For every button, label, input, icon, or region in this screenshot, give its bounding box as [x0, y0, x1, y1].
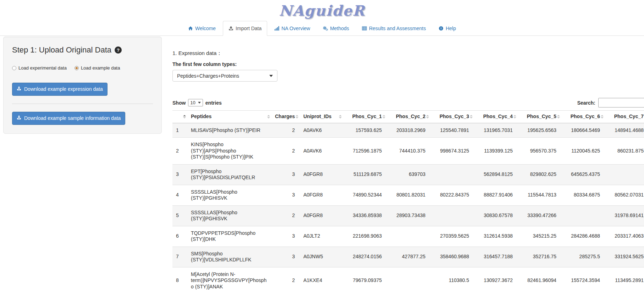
value-cell: 312614.5938 — [474, 226, 518, 247]
download-expression-data-button[interactable]: Download example expression data — [12, 83, 108, 96]
tab-na-overview[interactable]: NA Overview — [269, 21, 316, 36]
nav-tabs: Welcome Import Data NA Overview Methods — [0, 21, 644, 35]
row-index-cell: 7 — [172, 247, 187, 267]
column-header-label: Phos_Cyc_2 — [396, 114, 425, 119]
sort-icon — [339, 115, 342, 118]
peptide-cell: SMS[Phospho (STY)]VDLSHIPLKDPLLFK — [187, 247, 271, 267]
column-header-label: Phos_Cyc_1 — [352, 114, 382, 119]
uniprot-cell: A0FGR8 — [300, 185, 343, 205]
download-icon — [17, 115, 21, 121]
main-panel: 1. Expression data： The first few column… — [172, 36, 644, 293]
table-header-row: Peptides Charges Uniprot_IDs Phos_C — [172, 111, 644, 123]
tab-label: Methods — [330, 25, 349, 32]
question-circle-icon[interactable] — [115, 46, 122, 54]
column-types-select[interactable]: Peptides+Charges+Proteins — [172, 70, 277, 82]
value-cell: 860231.875 — [605, 138, 644, 165]
sort-icon — [382, 115, 385, 118]
radio-label: Load experimental data — [18, 65, 67, 71]
download-sample-info-button[interactable]: Download example sample information data — [12, 112, 125, 125]
column-header-phos-cyc-7[interactable]: Phos_Cyc_7 — [605, 111, 644, 123]
page-length-value: 10 — [190, 100, 195, 105]
button-label: Download example expression data — [24, 86, 103, 92]
value-cell — [387, 267, 430, 293]
column-header-charges[interactable]: Charges — [271, 111, 300, 123]
row-index-cell: 1 — [172, 123, 187, 138]
column-header-phos-cyc-4[interactable]: Phos_Cyc_4 — [474, 111, 518, 123]
radio-load-example-data[interactable]: Load example data — [75, 65, 120, 71]
page-length-select[interactable]: 10 — [188, 99, 203, 106]
charge-cell: 3 — [271, 185, 300, 205]
peptide-cell: EPT[Phospho (STY)]PSIASDISLPIATQELR — [187, 164, 271, 185]
value-cell: 155724.3594 — [561, 267, 605, 293]
table-search-control: Search: — [577, 98, 644, 107]
app-window: NAguideR Welcome Import Data NA Overvie — [0, 0, 644, 293]
value-cell: 74890.52344 — [343, 185, 387, 205]
column-header-phos-cyc-5[interactable]: Phos_Cyc_5 — [518, 111, 561, 123]
radio-load-experimental-data[interactable]: Load experimental data — [12, 65, 67, 71]
tab-welcome[interactable]: Welcome — [182, 21, 221, 36]
row-index-cell: 3 — [172, 164, 187, 185]
value-cell: 34336.85938 — [343, 205, 387, 226]
column-header-label: Phos_Cyc_3 — [440, 114, 469, 119]
tab-results-assessments[interactable]: Results and Assessments — [356, 21, 431, 36]
column-header-phos-cyc-3[interactable]: Phos_Cyc_3 — [430, 111, 474, 123]
value-cell — [387, 226, 430, 247]
table-row: 1MLISAVS[Phospho (STY)]PEIR2A0AVK6157593… — [172, 123, 644, 138]
uniprot-cell: A0FGR8 — [300, 205, 343, 226]
divider — [12, 104, 153, 104]
table-toolbar: Show 10 entries Search: — [172, 98, 644, 107]
table-icon — [362, 26, 367, 31]
value-cell: 195625.6563 — [518, 123, 561, 138]
upload-icon — [229, 26, 233, 31]
value-cell: 82461.96094 — [518, 267, 561, 293]
column-header-phos-cyc-1[interactable]: Phos_Cyc_1 — [343, 111, 387, 123]
column-header-peptides[interactable]: Peptides — [187, 111, 271, 123]
uniprot-cell: A0AVK6 — [300, 138, 343, 165]
uniprot-cell: A0JLT2 — [300, 226, 343, 247]
radio-icon — [12, 66, 16, 70]
charge-cell: 3 — [271, 226, 300, 247]
column-header-phos-cyc-2[interactable]: Phos_Cyc_2 — [387, 111, 430, 123]
sort-icon — [183, 115, 186, 118]
sort-icon — [513, 115, 516, 118]
value-cell: 427877.25 — [387, 247, 430, 267]
column-header-uniprot-ids[interactable]: Uniprot_IDs — [300, 111, 343, 123]
value-cell: 28903.73438 — [387, 205, 430, 226]
tab-help[interactable]: Help — [433, 21, 462, 36]
button-label: Download example sample information data — [24, 115, 121, 121]
value-cell: 270359.5625 — [430, 226, 474, 247]
charge-cell: 2 — [271, 123, 300, 138]
value-cell: 645625.4375 — [561, 164, 605, 185]
value-cell: 180664.5469 — [561, 123, 605, 138]
sort-icon — [267, 115, 270, 118]
value-cell: 352716.75 — [518, 247, 561, 267]
value-cell: 130927.3672 — [474, 267, 518, 293]
value-cell: 1120045.625 — [561, 138, 605, 165]
entries-label: entries — [205, 100, 222, 106]
sort-icon — [296, 115, 298, 118]
column-types-label: The first few column types: — [172, 61, 644, 67]
tab-import-data[interactable]: Import Data — [223, 21, 267, 36]
gears-icon — [323, 26, 328, 31]
column-header-label: Phos_Cyc_5 — [527, 114, 556, 119]
value-cell: 33390.47266 — [518, 205, 561, 226]
value-cell: 110380.5 — [430, 267, 474, 293]
column-header-label: Phos_Cyc_4 — [483, 114, 513, 119]
value-cell: 203317.4063 — [605, 226, 644, 247]
tab-label: NA Overview — [281, 25, 310, 32]
value-cell: 998674.3125 — [430, 138, 474, 165]
sort-icon — [470, 115, 473, 118]
column-header-index[interactable] — [172, 111, 187, 123]
expression-data-table: Peptides Charges Uniprot_IDs Phos_C — [172, 110, 644, 293]
value-cell: 744410.375 — [387, 138, 430, 165]
row-index-cell: 5 — [172, 205, 187, 226]
search-input[interactable] — [598, 98, 644, 107]
value-cell: 358460.9688 — [430, 247, 474, 267]
column-header-phos-cyc-6[interactable]: Phos_Cyc_6 — [561, 111, 605, 123]
value-cell: 331924.5625 — [605, 247, 644, 267]
tab-methods[interactable]: Methods — [317, 21, 355, 36]
value-cell: 148941.4688 — [605, 123, 644, 138]
uniprot-cell: A0JNW5 — [300, 247, 343, 267]
table-body: 1MLISAVS[Phospho (STY)]PEIR2A0AVK6157593… — [172, 123, 644, 293]
tab-label: Import Data — [236, 25, 262, 32]
